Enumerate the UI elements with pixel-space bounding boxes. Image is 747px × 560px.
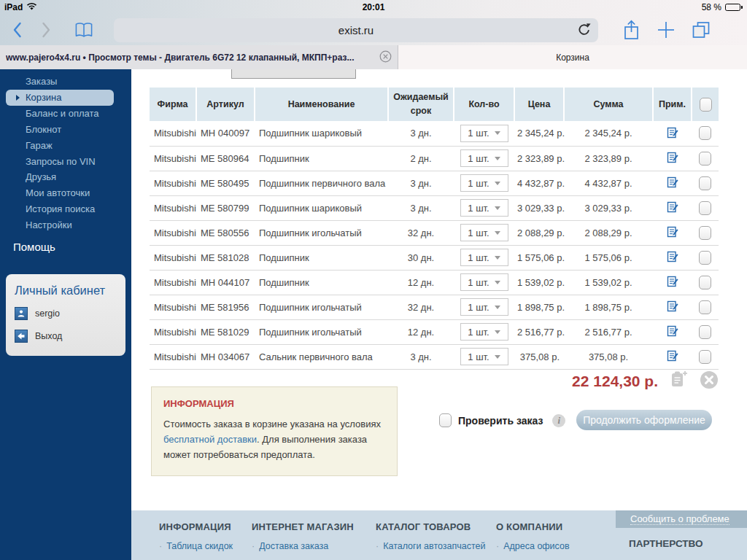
cart-total-row: 22 124,30 р. [572, 370, 719, 392]
footer-link[interactable]: ·Доставка заказа [252, 541, 376, 551]
note-icon[interactable] [667, 324, 678, 339]
table-row: Mitsubishi ME 580964 Подшипник 2 дн. 1 ш… [150, 146, 719, 171]
quantity-select[interactable]: 1 шт. [460, 125, 508, 142]
row-checkbox[interactable] [699, 176, 711, 190]
cell-price: 3 029,33 р. [514, 195, 564, 220]
row-checkbox[interactable] [699, 126, 711, 140]
free-delivery-link[interactable]: бесплатной доставки [163, 434, 257, 445]
check-order-row: Проверить заказ i [439, 413, 565, 427]
select-all-checkbox[interactable] [700, 98, 712, 112]
cell-name: Сальник первичного вала [255, 344, 388, 369]
cell-qty: 1 шт. [454, 146, 514, 171]
quantity-select[interactable]: 1 шт. [460, 249, 508, 266]
chevron-down-icon [495, 281, 500, 284]
header-name: Наименование [255, 88, 388, 121]
tab-bar: www.pajero4x4.ru • Просмотр темы - Двига… [0, 45, 747, 69]
cell-price: 375,08 р. [514, 344, 564, 369]
tabs-overview-icon[interactable] [692, 20, 711, 39]
row-checkbox[interactable] [699, 226, 711, 240]
table-row: Mitsubishi MH 034067 Сальник первичного … [150, 344, 719, 369]
cell-brand: Mitsubishi [150, 245, 196, 270]
cell-term: 3 дн. [388, 195, 454, 220]
copy-to-notepad-icon[interactable] [669, 370, 689, 392]
sidebar-item[interactable]: Настройки [0, 217, 131, 233]
row-checkbox[interactable] [699, 152, 711, 166]
sidebar-item[interactable]: Заказы [0, 74, 131, 90]
cell-article: ME 581028 [196, 245, 255, 270]
safari-toolbar: exist.ru [0, 15, 747, 45]
browser-chrome: iPad 20:01 58 % exist.ru [0, 0, 747, 69]
cell-name: Подшипник [255, 270, 388, 295]
quantity-select[interactable]: 1 шт. [460, 149, 508, 167]
note-icon[interactable] [667, 275, 678, 289]
note-icon[interactable] [667, 225, 678, 240]
sidebar-item[interactable]: Корзина [6, 90, 114, 106]
sidebar-item[interactable]: Баланс и оплата [0, 106, 131, 122]
cell-note [653, 344, 692, 369]
row-checkbox[interactable] [699, 276, 711, 289]
quantity-select[interactable]: 1 шт. [460, 298, 508, 316]
row-checkbox[interactable] [699, 325, 711, 339]
account-user[interactable]: sergio [15, 307, 117, 320]
quantity-select[interactable]: 1 шт. [460, 174, 508, 192]
cell-price: 1 898,75 р. [514, 295, 564, 319]
report-problem-button[interactable]: Сообщить о проблеме [616, 510, 747, 528]
quantity-select[interactable]: 1 шт. [460, 273, 508, 291]
clear-cart-icon[interactable] [700, 370, 719, 392]
info-icon[interactable]: i [552, 414, 565, 427]
scrolled-page-tab-remnant [231, 69, 356, 79]
footer-link[interactable]: ·Каталоги автозапчастей [376, 541, 496, 551]
quantity-select[interactable]: 1 шт. [460, 348, 508, 365]
cart-table: Фирма Артикул Наименование Ожидаемый сро… [150, 88, 719, 370]
check-order-checkbox[interactable] [439, 413, 452, 427]
cell-checkbox [692, 195, 719, 220]
note-icon[interactable] [667, 300, 678, 314]
forward-button[interactable] [36, 20, 55, 39]
header-checkbox-cell [692, 88, 719, 121]
sidebar-item[interactable]: Гараж [0, 137, 131, 153]
sidebar-item[interactable]: Мои автоточки [0, 185, 131, 201]
sidebar-item-help[interactable]: Помощь [13, 241, 131, 253]
logout-button[interactable]: Выход [15, 330, 117, 343]
row-checkbox[interactable] [699, 201, 711, 215]
address-bar[interactable]: exist.ru [114, 18, 598, 42]
new-tab-icon[interactable] [657, 20, 676, 39]
footer-link[interactable]: ·Таблица скидок [159, 541, 252, 551]
close-tab-icon[interactable] [379, 50, 392, 65]
note-icon[interactable] [667, 250, 678, 265]
tab-pajero-forum[interactable]: www.pajero4x4.ru • Просмотр темы - Двига… [0, 45, 398, 69]
checkout-button[interactable]: Продолжить оформление [576, 410, 712, 430]
chevron-down-icon [495, 256, 500, 260]
sidebar-item[interactable]: Друзья [0, 169, 131, 185]
note-icon[interactable] [667, 126, 678, 141]
row-checkbox[interactable] [699, 350, 711, 364]
share-icon[interactable] [622, 20, 640, 39]
back-button[interactable] [7, 20, 26, 39]
cell-name: Подшипник первичного вала [255, 171, 388, 195]
sidebar-item[interactable]: История поиска [0, 201, 131, 217]
info-text-before: Стоимость заказа в корзине указана на ус… [163, 419, 381, 429]
note-icon[interactable] [667, 201, 678, 215]
check-order-label: Проверить заказ [458, 415, 543, 427]
footer-column: ИНФОРМАЦИЯ ·Таблица скидок [159, 510, 252, 560]
row-checkbox[interactable] [699, 300, 711, 314]
note-icon[interactable] [667, 151, 678, 166]
note-icon[interactable] [667, 176, 678, 190]
tab-cart[interactable]: Корзина [398, 45, 747, 69]
cell-checkbox [692, 270, 719, 295]
note-icon[interactable] [667, 349, 678, 364]
row-checkbox[interactable] [699, 251, 711, 265]
sidebar-item[interactable]: Блокнот [0, 122, 131, 138]
info-box: ИНФОРМАЦИЯ Стоимость заказа в корзине ук… [151, 386, 398, 476]
cell-name: Подшипник игольчатый [255, 319, 388, 344]
bookmarks-icon[interactable] [74, 20, 93, 39]
quantity-select[interactable]: 1 шт. [460, 323, 508, 341]
sidebar-item[interactable]: Запросы по VIN [0, 153, 131, 169]
footer-column: ИНТЕРНЕТ МАГАЗИН ·Доставка заказа [252, 510, 376, 560]
quantity-select[interactable]: 1 шт. [460, 224, 508, 241]
quantity-select[interactable]: 1 шт. [460, 199, 508, 217]
user-icon [15, 307, 28, 320]
footer-link[interactable]: ·Адреса офисов [496, 541, 598, 551]
refresh-icon[interactable] [577, 23, 592, 37]
cell-article: ME 580556 [196, 220, 255, 245]
